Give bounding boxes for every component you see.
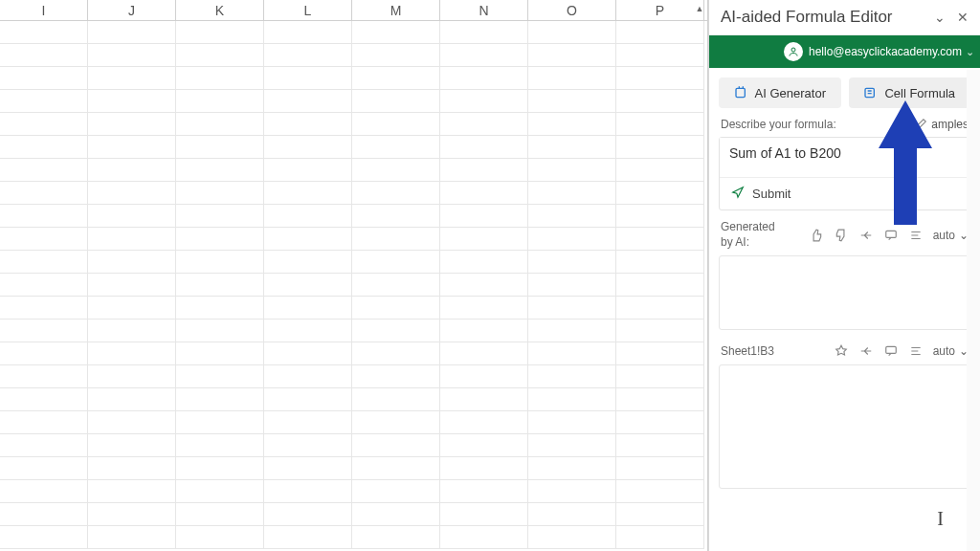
edit-icon (914, 118, 927, 131)
chevron-down-icon[interactable]: ⌄ (966, 46, 974, 58)
col-header[interactable]: L (264, 0, 352, 21)
collapse-icon[interactable]: ⌄ (932, 10, 947, 25)
svg-point-0 (791, 48, 795, 52)
user-avatar-icon (784, 42, 803, 61)
cell-formula-box[interactable] (719, 364, 970, 489)
submit-label: Submit (752, 187, 791, 201)
arrow-left-icon[interactable] (858, 228, 874, 243)
col-header[interactable]: N (440, 0, 528, 21)
generated-actions: auto ⌄ (809, 228, 969, 243)
col-header[interactable]: K (176, 0, 264, 21)
thumbs-down-icon[interactable] (834, 228, 849, 243)
col-header[interactable]: O (528, 0, 616, 21)
formula-input-area: Submit (719, 137, 970, 210)
tab-row: AI Generator Cell Formula (709, 68, 980, 118)
describe-row: Describe your formula: amples (709, 118, 980, 137)
col-header[interactable]: I (0, 0, 88, 21)
ai-formula-panel: AI-aided Formula Editor ⌄ ✕ hello@easycl… (708, 0, 980, 551)
generated-label: Generatedby AI: (721, 220, 778, 250)
generated-output-box[interactable] (719, 255, 970, 330)
thumbs-up-icon[interactable] (809, 228, 824, 243)
column-headers: I J K L M N O P (0, 0, 707, 21)
tab-cell-formula[interactable]: Cell Formula (849, 77, 971, 108)
account-email: hello@easyclickacademy.com (809, 45, 962, 58)
formula-description-input[interactable] (720, 138, 969, 174)
tab-ai-generator[interactable]: AI Generator (719, 77, 841, 108)
tab-label: Cell Formula (884, 86, 955, 100)
svg-rect-4 (885, 347, 896, 354)
cell-formula-icon (863, 85, 879, 100)
submit-icon (731, 186, 745, 202)
pin-icon[interactable] (834, 343, 849, 359)
auto-dropdown[interactable]: auto ⌄ (933, 344, 969, 358)
scroll-up-icon[interactable]: ▲ (692, 0, 707, 17)
panel-header: AI-aided Formula Editor ⌄ ✕ (709, 0, 980, 35)
auto-dropdown[interactable]: auto ⌄ (933, 229, 969, 242)
ai-generator-icon (734, 85, 749, 100)
generated-section-bar: Generatedby AI: auto ⌄ (709, 210, 980, 255)
svg-rect-3 (885, 231, 896, 237)
describe-label: Describe your formula: (721, 118, 836, 131)
arrow-left-icon[interactable] (858, 343, 874, 359)
spreadsheet-area[interactable]: I J K L M N O P ▲ (0, 0, 708, 551)
submit-button[interactable]: Submit (720, 177, 969, 209)
account-bar[interactable]: hello@easyclickacademy.com ⌄ (709, 35, 980, 68)
comment-icon[interactable] (883, 343, 899, 359)
close-icon[interactable]: ✕ (955, 10, 970, 25)
examples-label: amples (931, 118, 969, 131)
tab-label: AI Generator (755, 86, 826, 100)
comment-icon[interactable] (883, 228, 899, 243)
grid-body[interactable] (0, 21, 707, 551)
cell-ref-actions: auto ⌄ (834, 343, 969, 359)
align-icon[interactable] (908, 228, 924, 243)
panel-title: AI-aided Formula Editor (721, 8, 893, 27)
cell-reference-label: Sheet1!B3 (721, 344, 774, 358)
align-icon[interactable] (908, 343, 924, 359)
examples-link[interactable]: amples (914, 118, 969, 131)
col-header[interactable]: M (352, 0, 440, 21)
cell-ref-section-bar: Sheet1!B3 auto ⌄ (709, 330, 980, 364)
col-header[interactable]: J (88, 0, 176, 21)
svg-rect-1 (736, 88, 745, 97)
panel-scrollbar[interactable] (967, 70, 980, 551)
